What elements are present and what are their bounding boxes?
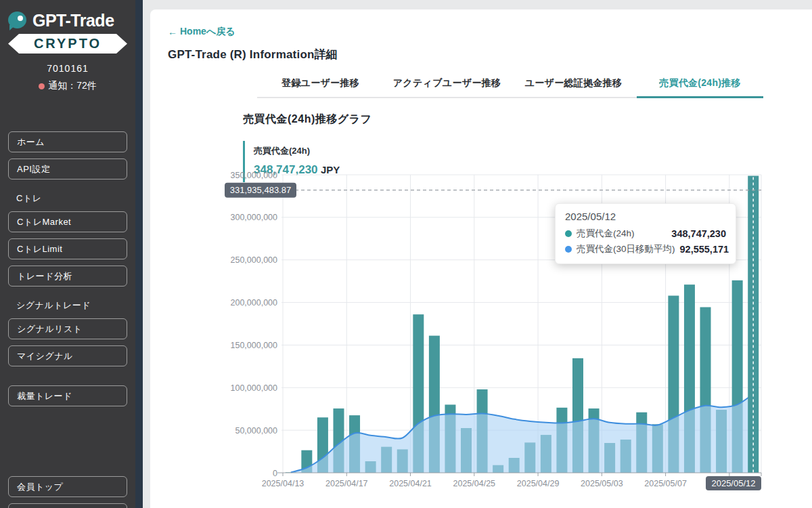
account-id: 7010161: [0, 63, 135, 74]
sidebar-section-label: シグナルトレード: [16, 299, 135, 312]
logo-subtitle: CRYPTO: [34, 36, 102, 51]
x-axis-label: 2025/04/29: [517, 479, 560, 488]
sidebar-section-label: Cトレ: [16, 192, 135, 205]
tooltip-row: 売買代金(30日移動平均)92,555,171: [565, 243, 726, 255]
x-axis-label: 2025/05/03: [581, 479, 623, 488]
y-axis-label: 200,000,000: [230, 298, 277, 308]
y-axis-label: 0: [273, 469, 277, 478]
tab-bar: 登録ユーザー推移アクティブユーザー推移ユーザー総証拠金推移売買代金(24h)推移: [257, 72, 763, 98]
main-content: ← Homeへ戻る GPT-Trade (R) Information詳細 登録…: [150, 9, 812, 508]
sidebar-item-bottom-0[interactable]: 会員トップ: [8, 476, 127, 497]
page-title: GPT-Trade (R) Information詳細: [168, 47, 812, 62]
sidebar-item-sec0-2[interactable]: トレード分析: [8, 266, 127, 287]
logo-crypto-ribbon: CRYPTO: [8, 34, 127, 54]
x-axis-label: 2025/05/07: [644, 479, 687, 488]
stat-label: 売買代金(24h): [254, 145, 812, 157]
x-axis-label-highlighted: 2025/05/12: [711, 478, 755, 488]
notification-status[interactable]: 通知：72件: [0, 80, 135, 92]
x-axis-label: 2025/04/21: [389, 479, 432, 488]
tab-2[interactable]: ユーザー総証拠金推移: [510, 72, 637, 97]
sidebar-edge-strip: [135, 0, 143, 508]
back-link-label: Homeへ戻る: [180, 26, 235, 38]
sidebar-item-top-0[interactable]: ホーム: [8, 131, 127, 152]
logo: GPT-Trade: [8, 11, 129, 30]
y-axis-label: 100,000,000: [230, 383, 277, 393]
sidebar-item-sec1-0[interactable]: シグナルリスト: [8, 318, 127, 339]
tooltip-date: 2025/05/12: [565, 211, 726, 222]
back-to-home-link[interactable]: ← Homeへ戻る: [168, 26, 235, 38]
logo-title: GPT-Trade: [32, 11, 114, 30]
tooltip-series-value: 348,747,230: [671, 228, 726, 239]
tooltip-series-label: 売買代金(30日移動平均): [577, 243, 675, 255]
logo-bubble-icon: [8, 12, 28, 30]
x-axis-label: 2025/04/25: [453, 479, 496, 488]
back-arrow-icon: ←: [168, 26, 177, 37]
y-axis-label: 350,000,000: [230, 171, 277, 180]
sidebar-item-bottom-1[interactable]: ヘルプ: [8, 503, 127, 508]
tooltip-series-label: 売買代金(24h): [577, 228, 635, 240]
tab-1[interactable]: アクティブユーザー推移: [384, 72, 510, 97]
tooltip-row: 売買代金(24h)348,747,230: [565, 228, 726, 240]
series-dot-icon: [565, 230, 572, 237]
tab-0[interactable]: 登録ユーザー推移: [257, 72, 384, 97]
chart-section-title: 売買代金(24h)推移グラフ: [243, 112, 812, 127]
notification-dot-icon: [39, 83, 45, 89]
sidebar-item-sec1-1[interactable]: マイシグナル: [8, 345, 127, 366]
x-axis-label: 2025/04/17: [325, 479, 368, 488]
y-axis-label: 250,000,000: [230, 255, 277, 265]
annotation-label: 331,935,483.87: [230, 185, 291, 195]
sidebar-item-discretionary[interactable]: 裁量トレード: [8, 385, 127, 406]
x-axis-label: 2025/04/13: [262, 479, 304, 488]
tab-3-active[interactable]: 売買代金(24h)推移: [637, 72, 763, 97]
chart-tooltip: 2025/05/12 売買代金(24h)348,747,230売買代金(30日移…: [555, 203, 736, 264]
y-axis-label: 300,000,000: [230, 213, 277, 222]
sidebar-item-sec0-1[interactable]: CトレLimit: [8, 238, 127, 259]
series-dot-icon: [565, 246, 572, 253]
y-axis-label: 50,000,000: [235, 426, 277, 436]
sidebar-item-sec0-0[interactable]: CトレMarket: [8, 211, 127, 232]
y-axis-label: 150,000,000: [230, 341, 277, 350]
notification-label: 通知：72件: [48, 80, 97, 92]
tooltip-series-value: 92,555,171: [680, 244, 729, 255]
sidebar: GPT-Trade CRYPTO 7010161 通知：72件 ホームAPI設定…: [0, 0, 135, 508]
sidebar-item-top-1[interactable]: API設定: [8, 158, 127, 179]
